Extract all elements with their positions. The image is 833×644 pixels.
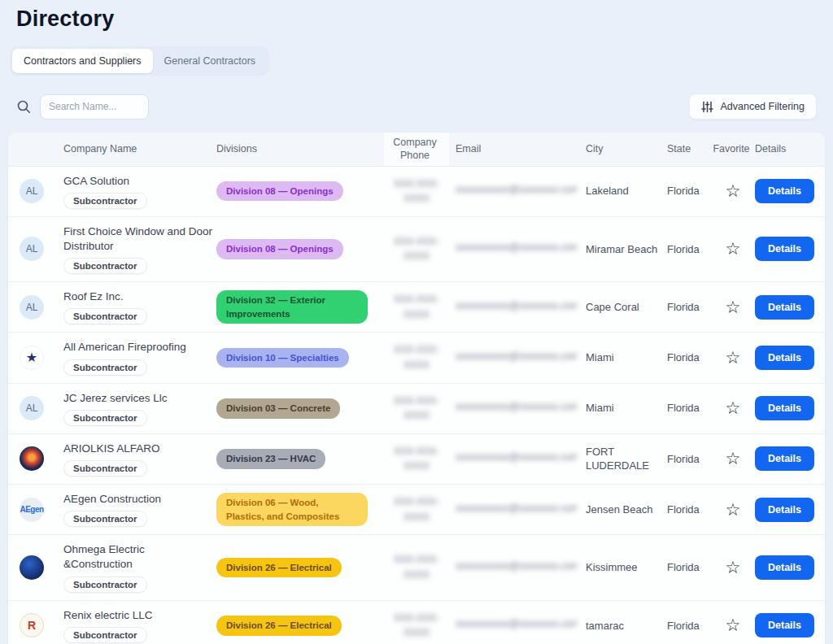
favorite-star-icon[interactable]: ☆ <box>726 298 741 316</box>
division-badge: Division 03 — Concrete <box>216 398 340 419</box>
company-logo-avatar: R <box>20 613 44 637</box>
details-button[interactable]: Details <box>755 613 814 637</box>
company-phone: XXX-XXX-XXXX <box>393 342 440 372</box>
state: Florida <box>667 452 711 467</box>
company-phone: XXX-XXX-XXXX <box>393 444 440 474</box>
tab-group: Contractors and Suppliers General Contra… <box>10 46 269 76</box>
search-group <box>16 94 149 120</box>
header-email: Email <box>456 139 586 159</box>
email: xxxxxxxxxxx@xxxxxxxx.com <box>456 242 578 253</box>
company-logo-avatar: ★ <box>20 346 44 370</box>
favorite-star-icon[interactable]: ☆ <box>726 239 741 258</box>
company-phone: XXX-XXX-XXXX <box>393 611 440 641</box>
city: Miami <box>586 350 667 365</box>
table-row: ★ All American Fireproofing Subcontracto… <box>8 333 825 383</box>
search-icon <box>16 99 32 115</box>
state: Florida <box>667 184 711 198</box>
subcontractor-badge: Subcontractor <box>63 258 147 274</box>
favorite-star-icon[interactable]: ☆ <box>726 616 741 634</box>
avatar: AL <box>20 179 44 203</box>
company-logo-avatar <box>20 446 44 471</box>
company-name: Roof Ez Inc. <box>63 289 216 304</box>
email: xxxxxxxxxxx@xxxxxxxx.com <box>456 350 578 362</box>
favorite-star-icon[interactable]: ☆ <box>726 398 741 417</box>
state: Florida <box>667 401 711 416</box>
state: Florida <box>667 300 711 315</box>
city: FORT LUDERDALE <box>586 445 667 473</box>
company-name: First Choice Window and Door Distributor <box>63 224 216 254</box>
table-row: AL First Choice Window and Door Distribu… <box>8 217 825 282</box>
details-button[interactable]: Details <box>755 396 814 420</box>
company-name: Renix electric LLC <box>63 608 216 623</box>
table-row: AL Roof Ez Inc. Subcontractor Division 3… <box>8 282 825 333</box>
favorite-star-icon[interactable]: ☆ <box>726 181 741 200</box>
favorite-star-icon[interactable]: ☆ <box>726 449 741 468</box>
tabs-row: Contractors and Suppliers General Contra… <box>10 46 817 76</box>
subcontractor-badge: Subcontractor <box>63 359 147 376</box>
city: Cape Coral <box>586 300 667 315</box>
city: Kissimmee <box>586 560 667 575</box>
subcontractor-badge: Subcontractor <box>63 511 147 527</box>
table-row: R Renix electric LLC Subcontractor Divis… <box>8 601 825 644</box>
company-phone: XXX-XXX-XXXX <box>393 176 440 207</box>
advanced-filtering-button[interactable]: Advanced Filtering <box>689 94 817 120</box>
division-badge: Division 06 — Wood, Plastics, and Compos… <box>216 493 368 526</box>
table-row: ARIOLKIS ALFARO Subcontractor Division 2… <box>8 434 825 485</box>
company-phone: XXX-XXX-XXXX <box>393 552 440 582</box>
division-badge: Division 23 — HVAC <box>216 449 325 469</box>
tab-contractors-and-suppliers[interactable]: Contractors and Suppliers <box>12 49 153 73</box>
table-row: AEgen AEgen Construction Subcontractor D… <box>8 485 825 535</box>
subcontractor-badge: Subcontractor <box>63 308 147 324</box>
city: Miramar Beach <box>586 242 667 257</box>
company-phone: XXX-XXX-XXXX <box>393 292 440 322</box>
company-name: Ohmega Electric &Construction <box>63 542 216 572</box>
details-button[interactable]: Details <box>755 498 814 522</box>
state: Florida <box>667 560 711 575</box>
header-details: Details <box>755 139 813 159</box>
company-name: GCA Solution <box>63 174 216 189</box>
header-favorite: Favorite <box>711 139 755 159</box>
search-row: Advanced Filtering <box>16 94 817 120</box>
avatar: AL <box>20 237 44 261</box>
company-logo-avatar <box>20 555 44 580</box>
details-button[interactable]: Details <box>755 295 814 320</box>
company-phone: XXX-XXX-XXXX <box>393 394 440 424</box>
favorite-star-icon[interactable]: ☆ <box>726 558 741 577</box>
city: tamarac <box>586 619 667 633</box>
email: xxxxxxxxxxx@xxxxxxxx.com <box>456 560 578 572</box>
details-button[interactable]: Details <box>755 555 814 580</box>
division-badge: Division 26 — Electrical <box>216 558 342 578</box>
details-button[interactable]: Details <box>755 179 814 203</box>
directory-table: Company Name Divisions Company Phone Ema… <box>8 133 825 644</box>
company-name: ARIOLKIS ALFARO <box>63 442 216 456</box>
details-button[interactable]: Details <box>755 346 814 370</box>
company-phone: XXX-XXX-XXXX <box>393 494 440 524</box>
city: Miami <box>586 401 667 416</box>
state: Florida <box>667 503 711 517</box>
subcontractor-badge: Subcontractor <box>63 193 147 209</box>
company-name: AEgen Construction <box>63 492 216 507</box>
tab-general-contractors[interactable]: General Contractors <box>153 49 268 73</box>
company-name: JC Jerez services Llc <box>63 391 216 406</box>
subcontractor-badge: Subcontractor <box>63 577 147 593</box>
city: Jensen Beach <box>586 503 667 517</box>
company-logo-avatar: AEgen <box>20 498 44 522</box>
state: Florida <box>667 350 711 365</box>
subcontractor-badge: Subcontractor <box>63 410 147 426</box>
details-button[interactable]: Details <box>755 237 814 261</box>
favorite-star-icon[interactable]: ☆ <box>726 348 741 367</box>
favorite-star-icon[interactable]: ☆ <box>726 500 741 519</box>
details-button[interactable]: Details <box>755 446 814 471</box>
division-badge: Division 26 — Electrical <box>216 616 342 636</box>
avatar: AL <box>20 396 44 420</box>
email: xxxxxxxxxxx@xxxxxxxx.com <box>456 184 578 195</box>
company-name: All American Fireproofing <box>63 340 216 355</box>
city: Lakeland <box>586 184 667 198</box>
email: xxxxxxxxxxx@xxxxxxxx.com <box>456 618 578 629</box>
header-divisions: Divisions <box>216 139 377 159</box>
header-avatar-spacer <box>20 146 63 152</box>
division-badge: Division 08 — Openings <box>216 239 343 259</box>
advanced-filtering-label: Advanced Filtering <box>720 101 805 112</box>
email: xxxxxxxxxxx@xxxxxxxx.com <box>456 401 578 412</box>
search-input[interactable] <box>40 94 149 120</box>
